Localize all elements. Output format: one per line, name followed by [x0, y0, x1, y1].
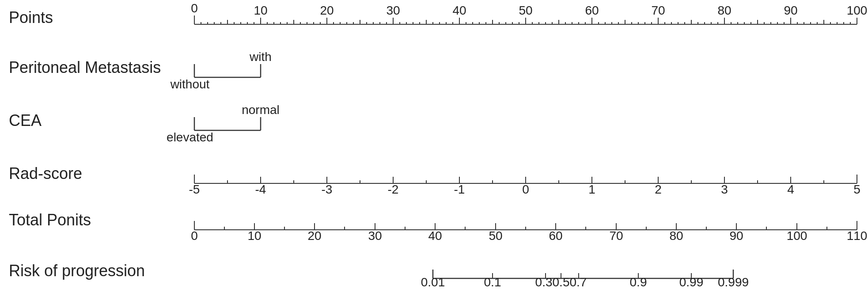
tick-label-risk-09: 0.9: [630, 275, 647, 289]
cea-elevated-label: elevated: [167, 130, 213, 144]
tick-label-risk-099: 0.99: [679, 275, 704, 289]
tick-label-total-10: 10: [247, 229, 261, 243]
tick-label-radscore--1: -1: [454, 183, 465, 196]
tick-label-risk-01: 0.1: [484, 275, 501, 289]
tick-label-points-0: 0: [191, 1, 198, 15]
tick-label-total-100: 100: [787, 229, 807, 243]
tick-label-total-110: 110: [847, 229, 868, 243]
tick-label-total-60: 60: [549, 229, 562, 243]
tick-label-risk-001: 0.01: [421, 275, 445, 289]
tick-label-total-40: 40: [428, 229, 442, 243]
radscore-label: Rad-score: [9, 164, 82, 183]
tick-label-radscore--4: -4: [255, 183, 266, 196]
tick-label-radscore-4: 4: [787, 183, 794, 196]
tick-label-radscore-2: 2: [655, 183, 662, 196]
tick-label-total-0: 0: [191, 229, 198, 243]
cea-normal-label: normal: [242, 103, 280, 117]
tick-label-radscore-3: 3: [721, 183, 728, 196]
tick-label-radscore--3: -3: [322, 183, 333, 196]
tick-label-total-70: 70: [609, 229, 623, 243]
tick-label-total-20: 20: [307, 229, 321, 243]
tick-label-total-80: 80: [669, 229, 683, 243]
peritoneal-without-label: without: [170, 77, 210, 91]
cea-label: CEA: [9, 111, 42, 129]
total-label: Total Ponits: [9, 211, 91, 229]
tick-label-points-10: 10: [254, 4, 267, 17]
tick-label-points-50: 50: [519, 4, 532, 17]
tick-label-points-70: 70: [651, 4, 665, 17]
tick-label-radscore--5: -5: [189, 183, 200, 196]
tick-label-radscore--2: -2: [388, 183, 399, 196]
nomogram: Points 0 10 20 30 40 50 60 70 80 90 100: [0, 0, 868, 289]
tick-label-points-100: 100: [847, 4, 868, 17]
peritoneal-with-label: with: [249, 50, 272, 64]
tick-label-risk-0999: 0.999: [718, 275, 749, 289]
tick-label-total-90: 90: [729, 229, 743, 243]
tick-label-total-50: 50: [489, 229, 502, 243]
tick-label-risk-035: 0.30.50.7: [535, 275, 587, 289]
risk-label: Risk of progression: [9, 262, 145, 280]
tick-label-total-30: 30: [368, 229, 382, 243]
tick-label-points-60: 60: [585, 4, 599, 17]
tick-label-points-40: 40: [452, 4, 466, 17]
tick-label-radscore-0: 0: [522, 183, 529, 196]
tick-label-points-20: 20: [320, 4, 334, 17]
tick-label-points-90: 90: [784, 4, 797, 17]
points-label: Points: [9, 8, 53, 27]
tick-label-points-30: 30: [386, 4, 400, 17]
peritoneal-label: Peritoneal Metastasis: [9, 58, 161, 76]
tick-label-radscore-5: 5: [853, 183, 860, 196]
tick-label-points-80: 80: [717, 4, 731, 17]
tick-label-radscore-1: 1: [588, 183, 595, 196]
